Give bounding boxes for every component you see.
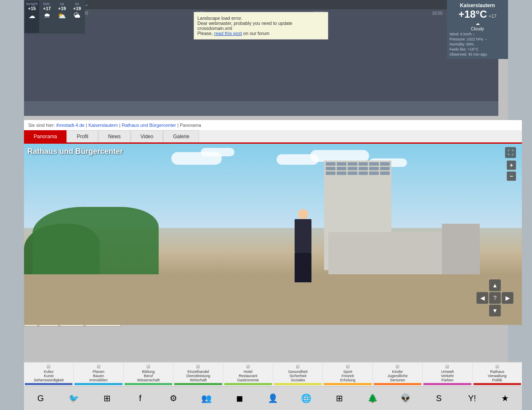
icon-globe[interactable]: 🌐 xyxy=(298,391,314,406)
category-label: Bauen xyxy=(93,374,104,378)
category-check-9: ☑ xyxy=(495,364,499,369)
cloud-weather-icon: ☁ xyxy=(450,21,505,26)
trees-left-2 xyxy=(32,207,159,274)
forecast-sunday: su +19 🌥 xyxy=(70,1,84,33)
icon-people[interactable]: 👥 xyxy=(199,391,214,406)
category-label: Dienstleistung xyxy=(186,374,210,378)
category-label: Gesundheit xyxy=(288,370,308,374)
category-item-5[interactable]: ☑ GesundheitSicherheitSoziales xyxy=(273,363,323,386)
category-item-0[interactable]: ☑ KulturKunstSehenswürdigkeit xyxy=(24,363,74,386)
forecast-day-label-3: su xyxy=(75,2,79,6)
category-check-5: ☑ xyxy=(296,364,300,369)
nav-up[interactable]: ▲ xyxy=(489,279,501,291)
weather-city: Kaiserslautern xyxy=(450,3,505,8)
breadcrumb: Sie sind hier: ihrestadt-4.de | Kaisersl… xyxy=(24,120,522,130)
icon-contact[interactable]: 👤 xyxy=(265,391,280,406)
tab-panorama[interactable]: Panorama xyxy=(24,130,66,142)
panorama-nav-controls: ▲ ◀ ? ▶ ▼ xyxy=(476,279,513,316)
category-item-9[interactable]: ☑ RathausVerwaltungPolitik xyxy=(473,363,522,386)
category-label: Jugendliche xyxy=(388,374,408,378)
category-label: Wirtschaft xyxy=(190,378,207,382)
forecast-icon-0: ☁ xyxy=(29,12,35,20)
breadcrumb-link-2[interactable]: Kaiserslautern xyxy=(88,123,118,128)
window-7 xyxy=(326,167,335,170)
category-check-1: ☑ xyxy=(97,364,101,369)
forecast-tonight: tonight +15 ☁ xyxy=(25,1,39,33)
category-label: Planen xyxy=(93,370,104,374)
forecast-icon-1: 🌧 xyxy=(44,12,51,19)
plaza-ground xyxy=(24,274,522,325)
category-label: Politik xyxy=(492,378,502,382)
category-label: Immobilien xyxy=(89,378,108,382)
icon-star[interactable]: ★ xyxy=(497,391,513,406)
time-3: 18:00 xyxy=(432,11,442,16)
icon-stumble[interactable]: S xyxy=(431,391,447,406)
error-link[interactable]: read this post xyxy=(214,31,242,36)
tab-news[interactable]: News xyxy=(98,130,130,142)
weather-observed: Observed: 45 min ago. xyxy=(450,52,505,56)
panorama-view: Rathaus und Bürgercenter xyxy=(24,144,522,325)
tab-galerie[interactable]: Galerie xyxy=(163,130,199,142)
window-15 xyxy=(348,172,357,175)
category-item-4[interactable]: ☑ HotelRestaurantGastronomie xyxy=(223,363,273,386)
category-color-bar-9 xyxy=(473,383,521,385)
breadcrumb-link-1[interactable]: ihrestadt-4.de xyxy=(56,123,85,128)
window-4 xyxy=(359,162,368,166)
window-16 xyxy=(359,172,368,175)
icon-grid[interactable]: ⊞ xyxy=(332,391,347,406)
fullscreen-button[interactable]: ⛶ xyxy=(505,147,516,158)
error-line2: Dear webmaster, probably you need to upd… xyxy=(197,21,325,31)
category-check-7: ☑ xyxy=(396,364,399,369)
side-building xyxy=(442,224,480,274)
icon-facebook[interactable]: f xyxy=(133,391,148,406)
error-line1: Landscape load error. xyxy=(197,16,325,21)
window-18 xyxy=(380,172,390,175)
icon-settings[interactable]: ⚙ xyxy=(166,391,181,406)
icon-yahoo[interactable]: Y! xyxy=(465,391,480,406)
category-item-2[interactable]: ☑ BildungBerufWissenschaft xyxy=(124,363,173,386)
category-item-1[interactable]: ☑ PlanenBauenImmobilien xyxy=(74,363,123,386)
icon-twitter[interactable]: 🐦 xyxy=(66,391,81,406)
category-label: Bildung xyxy=(142,370,155,374)
icon-windows[interactable]: ⊞ xyxy=(99,391,114,406)
weather-condition: Cloudy xyxy=(450,27,505,31)
category-label: Sehenswürdigkeit xyxy=(34,378,64,382)
category-label: Verwaltung xyxy=(488,374,507,378)
tab-bar: Panorama Profil News Video Galerie xyxy=(24,130,522,144)
window-10 xyxy=(359,167,368,170)
category-item-7[interactable]: ☑ KinderJugendlicheSenioren xyxy=(373,363,423,386)
nav-left[interactable]: ◀ xyxy=(476,292,488,304)
breadcrumb-link-3[interactable]: Rathaus und Bürgercenter xyxy=(122,123,176,128)
category-color-bar-3 xyxy=(174,383,222,385)
window-6 xyxy=(380,162,390,166)
tab-profil[interactable]: Profil xyxy=(67,130,98,142)
icon-square[interactable]: ◼ xyxy=(232,391,247,406)
tab-video[interactable]: Video xyxy=(131,130,163,142)
category-bar: ☑ KulturKunstSehenswürdigkeit ☑ PlanenBa… xyxy=(24,362,522,386)
category-label: Freizeit xyxy=(341,374,354,378)
category-label: Restaurant xyxy=(239,374,257,378)
category-item-3[interactable]: ☑ EinzelhandelDienstleistungWirtschaft xyxy=(173,363,223,386)
window-3 xyxy=(348,162,357,166)
icon-reddit[interactable]: 👽 xyxy=(398,391,413,406)
person-legs xyxy=(295,253,311,282)
left-sidebar-strip xyxy=(0,0,24,410)
category-label: Senioren xyxy=(390,378,405,382)
category-color-bar-5 xyxy=(274,383,322,385)
forecast-temp-2: +19 xyxy=(58,6,66,11)
icon-g[interactable]: G xyxy=(33,391,48,406)
icon-tree[interactable]: 🌲 xyxy=(365,391,380,406)
category-item-6[interactable]: ☑ SportFreizeitErholung xyxy=(323,363,372,386)
nav-help[interactable]: ? xyxy=(489,292,501,304)
category-color-bar-8 xyxy=(423,383,471,385)
person-body xyxy=(295,219,311,253)
nav-down[interactable]: ▼ xyxy=(489,305,501,316)
forecast-icon-3: 🌥 xyxy=(74,12,80,19)
category-item-8[interactable]: ☑ UmweltVerkehrParken xyxy=(423,363,472,386)
category-label: Rathaus xyxy=(490,370,505,374)
zoom-in[interactable]: + xyxy=(507,161,516,170)
category-label: Kinder xyxy=(392,370,403,374)
zoom-out[interactable]: − xyxy=(507,172,516,181)
nav-right[interactable]: ▶ xyxy=(502,292,513,304)
category-label: Verkehr xyxy=(441,374,454,378)
